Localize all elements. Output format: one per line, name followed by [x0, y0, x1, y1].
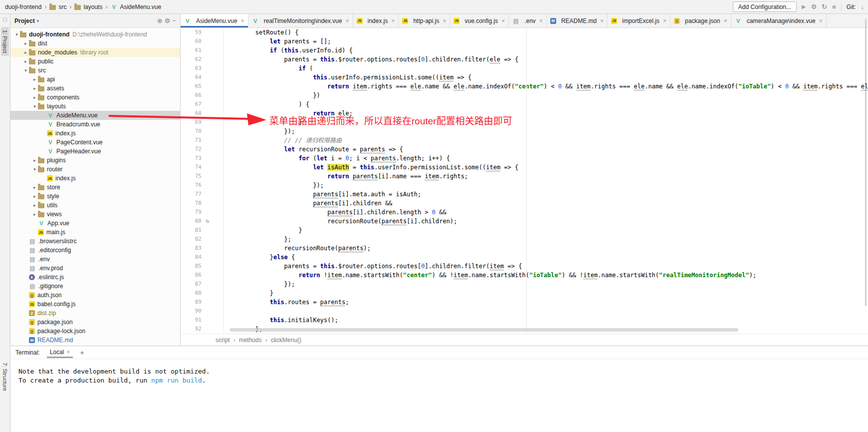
close-icon[interactable]: × — [539, 17, 543, 24]
terminal-output[interactable]: Note that the development build is not o… — [10, 359, 868, 432]
stop-icon[interactable]: ■ — [832, 3, 836, 10]
vcs-update-icon[interactable]: ↓ — [861, 3, 865, 10]
chevron-icon[interactable]: ▸ — [31, 194, 38, 199]
tree-item[interactable]: ▸assets — [10, 84, 180, 93]
close-icon[interactable]: × — [600, 17, 604, 24]
tree-item[interactable]: JSindex.js — [10, 174, 180, 183]
tree-item[interactable]: Zdist.zip — [10, 309, 180, 318]
tree-item[interactable]: ▤.env — [10, 255, 180, 264]
editor-tab[interactable]: VrealTimeMonitoring\index.vue× — [248, 14, 353, 27]
chevron-icon[interactable]: ▾ — [13, 32, 20, 37]
tree-item[interactable]: {}package-lock.json — [10, 327, 180, 336]
chevron-icon[interactable]: ▾ — [31, 167, 38, 172]
breadcrumb-item[interactable]: duoji-frontend — [5, 3, 41, 10]
horizontal-scrollbar[interactable] — [229, 328, 738, 332]
folder-icon — [20, 32, 26, 37]
terminal-tab-local[interactable]: Local × — [47, 347, 73, 358]
tree-item[interactable]: ▤.editorconfig — [10, 246, 180, 255]
editor-tab[interactable]: JSimportExcel.js× — [608, 14, 670, 27]
breadcrumb-item[interactable]: clickMenu() — [271, 337, 301, 344]
chevron-icon[interactable]: ▸ — [22, 59, 29, 64]
chevron-icon[interactable]: ▸ — [31, 95, 38, 100]
tree-item[interactable]: VApp.vue — [10, 219, 180, 228]
close-icon[interactable]: × — [442, 17, 446, 24]
tree-item[interactable]: JSbabel.config.js — [10, 300, 180, 309]
tree-item[interactable]: E.eslintrc.js — [10, 273, 180, 282]
gear-icon[interactable]: ⚙ — [165, 17, 171, 24]
structure-tool-button[interactable]: 7: Structure — [1, 360, 9, 394]
chevron-icon[interactable]: ▾ — [31, 104, 38, 109]
chevron-icon[interactable]: ▸ — [31, 203, 38, 208]
chevron-icon[interactable]: ▸ — [22, 50, 29, 55]
tree-item[interactable]: ▸views — [10, 210, 180, 219]
tree-item[interactable]: VPageHeader.vue — [10, 147, 180, 156]
locate-icon[interactable]: ⊕ — [157, 17, 163, 24]
tree-item[interactable]: ▸public — [10, 57, 180, 66]
editor-tab[interactable]: JShttp-api.js× — [399, 14, 450, 27]
project-tool-button[interactable]: 1: Project — [1, 27, 9, 56]
chevron-icon[interactable]: ▸ — [31, 77, 38, 82]
breadcrumb-item[interactable]: layouts — [74, 3, 102, 10]
tree-item[interactable]: ▤.gitignore — [10, 282, 180, 291]
tree-item[interactable]: ▤.env.prod — [10, 264, 180, 273]
recursive-call-icon[interactable]: ↻ — [203, 217, 213, 226]
close-icon[interactable]: × — [241, 17, 244, 24]
tree-item[interactable]: ▸node_moduleslibrary root — [10, 48, 180, 57]
tree-item[interactable]: ▸api — [10, 75, 180, 84]
tree-item[interactable]: ▸utils — [10, 201, 180, 210]
chevron-icon[interactable]: ▸ — [31, 86, 38, 91]
tree-item[interactable]: ▤.browserslistrc — [10, 237, 180, 246]
close-icon[interactable]: × — [391, 17, 395, 24]
close-icon[interactable]: × — [724, 17, 727, 24]
editor-tab[interactable]: JSvue.config.js× — [450, 14, 509, 27]
close-icon[interactable]: × — [501, 17, 505, 24]
editor-tab[interactable]: ▤.env× — [509, 14, 547, 27]
project-tree[interactable]: ▾duoji-frontendD:\zheheWeb\duoji-fronten… — [10, 28, 180, 346]
chevron-icon[interactable]: ▸ — [22, 41, 29, 46]
chevron-down-icon[interactable]: ▾ — [37, 18, 39, 23]
breadcrumb-item[interactable]: script — [216, 337, 230, 344]
breadcrumb-item[interactable]: VAsideMenu.vue — [110, 3, 161, 10]
editor-tab[interactable]: VcameraManage\index.vue× — [731, 14, 827, 27]
chevron-icon[interactable]: ▸ — [31, 212, 38, 217]
tree-item[interactable]: ▸plugins — [10, 156, 180, 165]
tree-item[interactable]: ▾src — [10, 66, 180, 75]
tree-item[interactable]: VPageContent.vue — [10, 138, 180, 147]
hide-panel-icon[interactable]: − — [172, 17, 176, 24]
tree-item[interactable]: ▸dist — [10, 39, 180, 48]
editor-tab[interactable]: VAsideMenu.vue× — [181, 14, 248, 27]
close-icon[interactable]: × — [66, 349, 70, 356]
project-panel-title[interactable]: Project — [14, 17, 35, 24]
tree-item[interactable]: JSmain.js — [10, 228, 180, 237]
tree-item[interactable]: ▸store — [10, 183, 180, 192]
tree-item[interactable]: JSindex.js — [10, 129, 180, 138]
tree-item[interactable]: ▾duoji-frontendD:\zheheWeb\duoji-fronten… — [10, 30, 180, 39]
editor-tab[interactable]: JSindex.js× — [353, 14, 399, 27]
editor-tab[interactable]: {}package.json× — [670, 14, 731, 27]
sync-icon[interactable]: ↻ — [822, 3, 827, 10]
breadcrumb-item[interactable]: methods — [239, 337, 262, 344]
tree-item[interactable]: ▸style — [10, 192, 180, 201]
git-label[interactable]: Git: — [847, 3, 856, 10]
editor-tab[interactable]: MREADME.md× — [547, 14, 608, 27]
chevron-icon[interactable]: ▾ — [22, 68, 29, 73]
tree-item[interactable]: ▾router — [10, 165, 180, 174]
tree-item[interactable]: {}auth.json — [10, 291, 180, 300]
close-icon[interactable]: × — [663, 17, 666, 24]
run-icon[interactable]: ▶ — [802, 4, 806, 9]
add-configuration-button[interactable]: Add Configuration... — [733, 1, 797, 12]
tree-item[interactable]: ▾layouts — [10, 102, 180, 111]
close-icon[interactable]: × — [346, 17, 349, 24]
tree-item[interactable]: {}package.json — [10, 318, 180, 327]
chevron-icon[interactable]: ▸ — [31, 158, 38, 163]
chevron-icon[interactable]: ▸ — [31, 185, 38, 190]
tree-item[interactable]: VBreadcrumb.vue — [10, 120, 180, 129]
tree-item[interactable]: ▸components — [10, 93, 180, 102]
tree-item[interactable]: VAsideMenu.vue — [10, 111, 180, 120]
code-editor[interactable]: 59 setRoute() {60 let parents = [];61 if… — [181, 28, 868, 334]
tree-item[interactable]: MREADME.md — [10, 336, 180, 345]
close-icon[interactable]: × — [819, 17, 823, 24]
settings-icon[interactable]: ⚙ — [811, 3, 817, 10]
breadcrumb-item[interactable]: src — [49, 3, 66, 10]
new-terminal-icon[interactable]: + — [80, 349, 84, 357]
